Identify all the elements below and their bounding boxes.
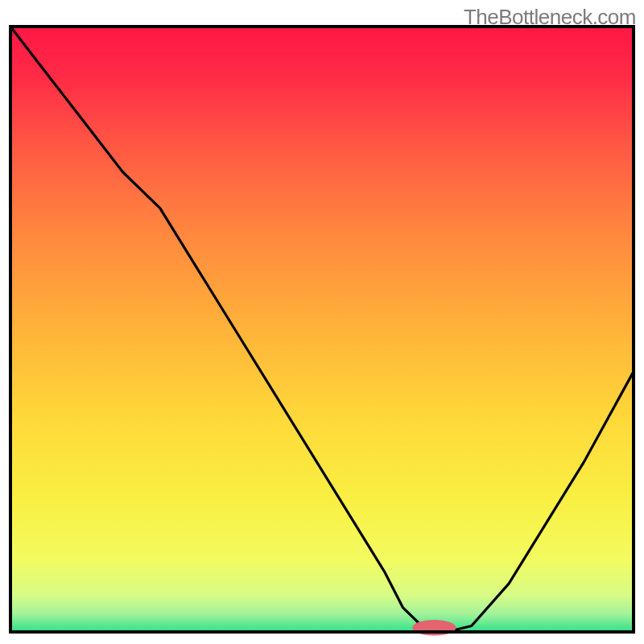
- chart-svg: [0, 0, 644, 644]
- bottleneck-chart: TheBottleneck.com: [0, 0, 644, 644]
- plot-background: [10, 27, 634, 632]
- watermark-label: TheBottleneck.com: [464, 5, 636, 30]
